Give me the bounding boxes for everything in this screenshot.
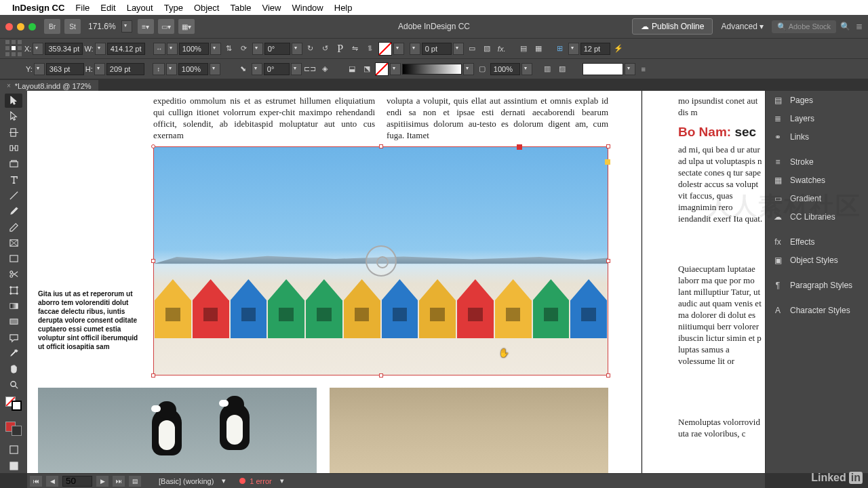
direct-selection-tool[interactable] — [5, 109, 22, 123]
stroke-stepper[interactable] — [410, 43, 420, 55]
first-page-button[interactable]: ⏮ — [30, 476, 42, 487]
line-tool[interactable] — [5, 188, 22, 203]
fill-dd[interactable] — [393, 43, 404, 55]
gradient-swatch-tool[interactable] — [5, 299, 22, 313]
para-style-icon[interactable]: P — [334, 42, 347, 56]
pen-tool[interactable] — [5, 204, 22, 218]
y-stepper[interactable] — [34, 63, 45, 75]
zoom-level[interactable]: 171.6% — [88, 22, 116, 31]
search-icon[interactable]: 🔍 — [840, 22, 850, 31]
preflight-profile[interactable]: [Basic] (working) — [159, 477, 214, 485]
open-pages-button[interactable]: ▤ — [129, 476, 141, 487]
col-stepper[interactable] — [568, 43, 579, 55]
content-grabber-icon[interactable] — [366, 245, 397, 277]
scale-x-dd[interactable] — [210, 43, 221, 55]
selection-tool[interactable] — [5, 94, 22, 108]
publish-online-button[interactable]: ☁Publish Online — [632, 18, 713, 35]
w-stepper[interactable] — [95, 43, 106, 55]
page-canvas[interactable]: expeditio ommolum nis et as estrumet hil… — [37, 91, 765, 473]
constrain-icon[interactable]: ⇅ — [222, 42, 236, 56]
panel-links[interactable]: ⚭Links — [766, 127, 868, 146]
overset-indicator-icon[interactable] — [605, 159, 610, 165]
y-field[interactable] — [46, 63, 84, 75]
fill-stroke-swatch[interactable] — [5, 396, 22, 411]
traffic-light-zoom[interactable] — [28, 23, 36, 30]
panel-gradient[interactable]: ▭Gradient — [766, 189, 868, 207]
object-style-swatch[interactable] — [583, 63, 623, 75]
select-content-icon[interactable]: ◈ — [318, 62, 332, 76]
obj-style-dd[interactable] — [625, 63, 635, 75]
wrap-around-icon[interactable]: ▨ — [555, 62, 569, 76]
fx-icon[interactable]: ▭ — [465, 42, 479, 56]
link-badge-icon[interactable] — [517, 144, 522, 150]
panel-layers[interactable]: ≣Layers — [766, 109, 868, 127]
stroke-dd[interactable] — [453, 43, 464, 55]
w-field[interactable] — [107, 43, 145, 55]
panel-stroke[interactable]: ≡Stroke — [766, 152, 868, 171]
menu-file[interactable]: File — [75, 3, 90, 13]
x-stepper[interactable] — [33, 43, 43, 55]
quick-apply-icon[interactable]: ⚡ — [612, 42, 625, 56]
panel-character-styles[interactable]: ACharacter Styles — [766, 301, 868, 319]
view-options-icon[interactable]: ≡▾ — [138, 19, 154, 34]
scale-y-field[interactable] — [178, 63, 208, 75]
panel-cc-libraries[interactable]: ☁CC Libraries — [766, 207, 868, 226]
panel-menu-icon[interactable]: ≣ — [856, 22, 863, 31]
traffic-light-minimize[interactable] — [17, 23, 24, 30]
image-frame-penguins[interactable] — [38, 388, 317, 473]
stroke-swatch-dd[interactable] — [390, 63, 401, 75]
last-page-button[interactable]: ⏭ — [113, 476, 125, 487]
hand-tool[interactable] — [5, 362, 22, 376]
select-container-icon[interactable]: ⊏⊐ — [303, 62, 317, 76]
preflight-error-text[interactable]: 1 error — [250, 477, 271, 485]
next-page-button[interactable]: ▶ — [96, 476, 108, 487]
page-number-field[interactable] — [62, 476, 92, 487]
document-tab[interactable]: ×*Layout8.indd @ 172% — [0, 80, 98, 92]
rotate-ccw-icon[interactable]: ↺ — [319, 42, 332, 56]
h-stepper[interactable] — [94, 63, 105, 75]
scale-x-field[interactable] — [179, 43, 209, 55]
scale-y-dd[interactable] — [210, 63, 220, 75]
scale-y-stepper[interactable] — [166, 63, 177, 75]
menu-object[interactable]: Object — [194, 3, 220, 13]
stroke-style[interactable] — [402, 64, 462, 75]
menu-edit[interactable]: Edit — [100, 3, 115, 13]
col-gap-field[interactable] — [580, 43, 610, 55]
h-field[interactable] — [106, 63, 144, 75]
stroke-weight-field[interactable] — [422, 43, 452, 55]
panel-object-styles[interactable]: ▣Object Styles — [766, 251, 868, 269]
flip-vertical-icon[interactable]: ⥮ — [363, 42, 377, 56]
gradient-feather-tool[interactable] — [5, 314, 22, 329]
auto-fit-icon[interactable]: ⊞ — [553, 42, 567, 56]
workspace-switcher[interactable]: Advanced ▾ — [721, 22, 764, 31]
eyedropper-tool[interactable] — [5, 346, 22, 361]
opacity-field[interactable] — [490, 63, 520, 75]
type-tool[interactable] — [5, 172, 22, 186]
menu-window[interactable]: Window — [292, 3, 323, 13]
menu-help[interactable]: Help — [334, 3, 353, 13]
arrange-icon[interactable]: ▦▾ — [178, 19, 195, 34]
menu-type[interactable]: Type — [164, 3, 183, 13]
rotation-field[interactable] — [264, 43, 290, 55]
flip-horizontal-icon[interactable]: ⇋ — [349, 42, 362, 56]
rotate-cw-icon[interactable]: ↻ — [304, 42, 317, 56]
menu-table[interactable]: Table — [230, 3, 251, 13]
scale-x-stepper[interactable] — [167, 43, 178, 55]
panel-swatches[interactable]: ▦Swatches — [766, 171, 868, 189]
adobe-stock-search[interactable]: 🔍 Adobe Stock — [772, 20, 836, 33]
menu-view[interactable]: View — [262, 3, 281, 13]
app-name[interactable]: InDesign CC — [12, 3, 64, 13]
drop-shadow-icon[interactable]: ▧ — [480, 42, 494, 56]
view-mode-preview[interactable] — [5, 459, 22, 473]
free-transform-tool[interactable] — [5, 283, 22, 298]
rectangle-tool[interactable] — [5, 251, 22, 266]
preflight-error-icon[interactable] — [239, 478, 245, 484]
stock-icon[interactable]: St — [64, 19, 81, 34]
gap-tool[interactable] — [5, 141, 22, 155]
panel-effects[interactable]: fxEffects — [766, 232, 868, 251]
rotation-dd[interactable] — [292, 43, 302, 55]
shear-stepper[interactable] — [252, 63, 262, 75]
shear-dd[interactable] — [291, 63, 302, 75]
reference-point[interactable] — [5, 40, 23, 58]
opacity-dd[interactable] — [521, 63, 532, 75]
